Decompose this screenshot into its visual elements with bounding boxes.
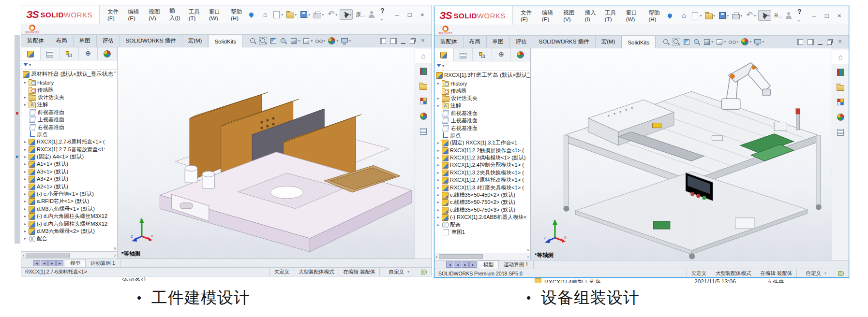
tab-motion-study[interactable]: 运动算例 1 <box>499 260 534 269</box>
ribbon-tab[interactable]: SolidKits <box>208 35 242 47</box>
pin-menu-icon[interactable] <box>248 12 254 18</box>
ribbon-tab[interactable]: 布局 <box>464 36 487 48</box>
filter-funnel-icon[interactable] <box>436 64 441 70</box>
tree-item[interactable]: ▸ (固定) RXCX[1].3.1工作台<1 <box>434 139 530 146</box>
help-button[interactable]: ? ▾ <box>380 7 388 22</box>
view-palette-icon[interactable] <box>832 95 849 109</box>
propertymanager-tab-icon[interactable] <box>41 47 60 60</box>
graphics-viewport[interactable]: Y X Z *等轴测 <box>531 48 832 260</box>
new-document-icon[interactable]: ▾ <box>690 11 703 21</box>
tree-item[interactable]: ▸ RXCX[1].3.2夹具快换模块<1> ( <box>434 169 530 176</box>
apply-scene-icon[interactable]: ▾ <box>754 38 764 46</box>
menu-item[interactable]: 工具(T) <box>605 9 618 22</box>
custom-properties-icon[interactable] <box>832 125 849 139</box>
window-close-button[interactable]: × <box>836 12 843 19</box>
tree-item[interactable]: 前视基准面 <box>21 109 117 116</box>
tree-horizontal-scrollbar[interactable]: ‹ › <box>21 251 117 259</box>
tree-item[interactable]: ▸ c.线槽35×50-750<2> (默认) <box>434 199 530 206</box>
tree-item[interactable]: ▸ RXCX[1].2.7-5音箱放置盘<1: <box>21 146 117 153</box>
ribbon-tab[interactable]: SolidKits <box>621 36 656 48</box>
configurationmanager-tab-icon[interactable] <box>60 47 79 60</box>
window-minimize-button[interactable]: – <box>393 11 400 18</box>
document-close-icon[interactable] <box>419 37 427 45</box>
taskpane-home-icon[interactable] <box>832 50 849 64</box>
document-minimize-icon[interactable] <box>818 39 823 45</box>
scrollbar-thumb[interactable] <box>439 254 482 259</box>
document-close-icon[interactable] <box>836 38 844 46</box>
dock-pane-right-icon[interactable] <box>390 38 397 44</box>
tree-item[interactable]: 原点 <box>434 132 530 139</box>
display-style-icon[interactable]: ▾ <box>302 37 313 45</box>
ribbon-tab[interactable]: 评估 <box>510 36 533 48</box>
hide-show-items-icon[interactable]: ▾ <box>315 37 325 45</box>
tree-item[interactable]: ▸ a.RFID芯片<1> (默认) <box>21 198 117 205</box>
design-library-icon[interactable] <box>415 64 432 78</box>
tree-item[interactable]: ▸ RXCX[1].2.2触摸屏操作盒<1> ( <box>434 147 530 154</box>
tree-item[interactable]: ▸ d.M3六角螺母<1> (默认) <box>21 205 117 213</box>
tree-item[interactable]: 上视基准面 <box>21 116 117 123</box>
ribbon-tab[interactable]: 宏(M) <box>596 36 622 48</box>
tree-item[interactable]: 右视基准面 <box>21 123 117 130</box>
tree-item[interactable]: ▸ 配合 <box>21 235 117 242</box>
design-library-icon[interactable] <box>832 65 849 79</box>
scrollbar-thumb[interactable] <box>26 253 69 258</box>
tab-motion-study[interactable]: 运动算例 1 <box>86 259 120 267</box>
edit-appearance-icon[interactable]: ▾ <box>328 37 338 45</box>
user-account-icon[interactable] <box>785 12 791 19</box>
tree-item[interactable]: ▸ 注解 <box>21 101 117 108</box>
featuremanager-tab-icon[interactable] <box>434 48 454 61</box>
ribbon-tab[interactable]: 布局 <box>50 35 74 47</box>
select-cursor-icon[interactable]: ▾ <box>340 9 353 20</box>
displaymanager-tab-icon[interactable] <box>98 47 117 60</box>
menu-item[interactable]: 视图(V) <box>149 8 161 21</box>
tree-item[interactable]: ▸ RXCX[1].2.4控制分配模块<1> ( <box>434 161 530 169</box>
ribbon-tab[interactable]: 宏(M) <box>182 35 209 47</box>
help-button[interactable]: ? ▾ <box>797 8 805 23</box>
window-close-button[interactable]: × <box>419 11 426 18</box>
view-orientation-icon[interactable]: ▾ <box>290 37 300 45</box>
graphics-viewport[interactable]: Y X Z *等轴测 <box>118 47 415 259</box>
ribbon-tab[interactable]: 草图 <box>74 35 97 47</box>
menu-item[interactable]: 编辑(E) <box>128 8 140 21</box>
zoom-to-fit-icon[interactable] <box>249 37 257 45</box>
apply-scene-icon[interactable]: ▾ <box>341 37 351 45</box>
zoom-to-fit-icon[interactable] <box>662 38 670 46</box>
ribbon-tab[interactable]: SOLIDWORKS 插件 <box>120 35 182 47</box>
menu-item[interactable]: 编辑(E) <box>542 9 555 22</box>
hide-show-items-icon[interactable]: ▾ <box>728 38 738 46</box>
pin-menu-icon[interactable] <box>667 13 673 19</box>
open-document-icon[interactable]: ▾ <box>285 10 298 19</box>
document-restore-icon[interactable] <box>827 39 832 45</box>
menu-item[interactable]: 帮助(H) <box>648 9 662 22</box>
section-view-icon[interactable] <box>269 37 277 45</box>
tree-scroll-down[interactable]: v <box>527 247 530 252</box>
magnified-selection-icon[interactable] <box>280 37 287 45</box>
view-palette-icon[interactable] <box>415 94 432 108</box>
tree-item[interactable]: ▸ RXCX[1].2.7-6原料托盘<1> ( <box>21 138 117 145</box>
tree-item[interactable]: ▸ (固定) A4<1> (默认) <box>21 153 117 160</box>
window-minimize-button[interactable]: – <box>810 12 817 19</box>
home-icon[interactable] <box>260 10 270 19</box>
tree-root-item[interactable]: RXCX[1].3打磨工艺岛 (默认<默认_ <box>434 71 530 79</box>
last-frame-icon[interactable]: ▶ <box>469 261 477 268</box>
filter-funnel-icon[interactable] <box>23 63 28 69</box>
menu-item[interactable]: 窗口(W) <box>209 8 223 21</box>
tree-item[interactable]: ▸ c.线槽35×50-450<2> (默认) <box>434 191 530 199</box>
tab-model[interactable]: 模型 <box>65 259 86 267</box>
new-document-icon[interactable]: ▾ <box>271 10 284 20</box>
next-frame-icon[interactable]: ▶ <box>48 260 56 266</box>
tree-item[interactable]: 上视基准面 <box>434 117 530 124</box>
featuremanager-tab-icon[interactable] <box>21 47 41 60</box>
tree-item[interactable]: 传感器 <box>21 86 117 93</box>
tag-icon[interactable] <box>421 270 427 274</box>
tree-item[interactable]: ▸ (-) d.内六角圆柱头螺丝M3X12 <box>21 213 117 220</box>
tree-item[interactable]: ▸ 设计活页夹 <box>21 94 117 101</box>
document-minimize-icon[interactable] <box>401 38 405 44</box>
tree-scroll-up[interactable]: ^ <box>527 72 529 76</box>
display-style-icon[interactable]: ▾ <box>716 38 726 46</box>
dimxpertmanager-tab-icon[interactable] <box>492 48 511 61</box>
tree-item[interactable]: ▸ A2<1> (默认) <box>21 183 117 190</box>
previous-frame-icon[interactable]: ◀ <box>41 260 48 266</box>
appearances-icon[interactable] <box>415 109 432 123</box>
save-icon[interactable]: ▾ <box>299 10 311 19</box>
